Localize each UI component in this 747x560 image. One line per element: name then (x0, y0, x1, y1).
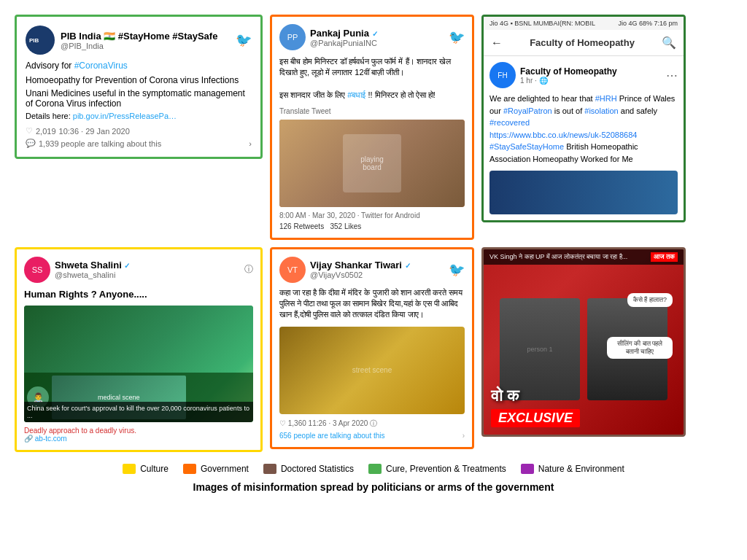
pib-link[interactable]: pib.gov.in/PressReleasePa… (73, 112, 177, 120)
info-icon: ⓘ (244, 263, 253, 276)
fb-post-text: We are delighted to hear that #HRH Princ… (489, 93, 678, 165)
pib-advisory: Advisory for #CoronaVirus (26, 61, 252, 71)
hashtag-royalpatron: #RoyalPatron (503, 106, 552, 115)
shweta-title: Human Rights ? Anyone..... (24, 289, 253, 300)
nature-color-swatch (521, 464, 534, 474)
deadly-text: Deadly approach to a deadly virus. (24, 427, 136, 435)
shweta-caption: China seek for court's approval to kill … (24, 402, 253, 422)
hashtag-hrh: #HRH (595, 94, 617, 103)
chevron-right-icon: › (249, 139, 252, 148)
shweta-source[interactable]: 🔗 ab-tc.com (24, 435, 253, 443)
pib-logo: PIB (26, 26, 55, 55)
network-info: Jio 4G ▪ BSNL MUMBAI(RN: MOBIL (489, 20, 595, 27)
pib-time: 10:36 · 29 Jan 2020 (59, 127, 130, 136)
speech-bubble2: सीलिंग की बात पहले बतानी चाहिए (607, 337, 673, 359)
pib-line1: Homoeopathy for Prevention of Corona vir… (26, 75, 252, 85)
speech-bubble1: कैसे हैं हालात? (627, 293, 673, 307)
shweta-verified: ✓ (124, 262, 130, 270)
shweta-name: Shweta Shalini ✓ (55, 260, 130, 271)
government-label: Government (201, 464, 249, 474)
vijay-header-left: VT Vijay Shankar Tiwari ✓ @VijayVs0502 (279, 257, 411, 283)
pankaj-name: Pankaj Punia ✓ (310, 28, 378, 39)
hashtag-recovered: #recovered (489, 118, 530, 127)
fb-header: FH Faculty of Homeopathy 1 hr · 🌐 ⋯ (489, 62, 678, 88)
shweta-deadly: Deadly approach to a deadly virus. (24, 427, 253, 435)
pankaj-account-info: Pankaj Punia ✓ @PankajPuniaINC (310, 28, 378, 47)
pankaj-hindi-text: इस बीच होम मिनिस्टर डॉ हर्षवर्धन फुल फॉर… (279, 56, 465, 101)
fb-avatar: FH (489, 62, 516, 88)
page-caption: Images of misinformation spread by polit… (15, 481, 732, 493)
vijay-time: 11:26 · 3 Apr 2020 (309, 419, 368, 427)
vijay-arrow-icon: › (462, 432, 465, 440)
vijay-likes-stat: ♡ 1,360 (279, 419, 306, 427)
svg-text:PIB: PIB (29, 37, 39, 44)
more-options-icon[interactable]: ⋯ (666, 69, 678, 82)
culture-color-swatch (123, 464, 136, 474)
vijay-talking: 656 people are talking about this (279, 432, 385, 440)
pankaj-handle: @PankajPuniaINC (310, 39, 378, 47)
doctored-color-swatch (263, 464, 276, 474)
pankaj-avatar: PP (279, 24, 306, 50)
vijay-stats: ♡ 1,360 11:26 · 3 Apr 2020 ⓘ (279, 419, 465, 429)
pib-handle: @PIB_India (61, 42, 217, 50)
vijay-handle: @VijayVs0502 (310, 271, 411, 279)
hashtag-staysafe: #StaySafeStayHome (489, 142, 564, 151)
battery-time: Jio 4G 68% 7:16 pm (618, 20, 678, 27)
vijay-header: VT Vijay Shankar Tiwari ✓ @VijayVs0502 🐦 (279, 257, 465, 283)
pib-talking: 1,939 people are talking about this (39, 139, 161, 148)
culture-label: Culture (140, 464, 169, 474)
shweta-handle: @shweta_shalini (55, 271, 130, 279)
legend-cure: Cure, Prevention & Treatments (368, 464, 506, 474)
pib-talking-row: 💬 1,939 people are talking about this › (26, 139, 252, 148)
cure-color-swatch (368, 464, 382, 474)
twitter-icon: 🐦 (236, 32, 252, 48)
fb-page-info: FH Faculty of Homeopathy 1 hr · 🌐 (489, 62, 617, 88)
cure-label: Cure, Prevention & Treatments (386, 464, 506, 474)
fb-content: FH Faculty of Homeopathy 1 hr · 🌐 ⋯ We a… (484, 56, 684, 220)
bbc-link[interactable]: https://www.bbc.co.uk/news/uk-52088684 (489, 131, 637, 139)
doctored-label: Doctored Statistics (281, 464, 354, 474)
vijay-image: street scene (279, 327, 465, 414)
homeopathy-card: Jio 4G ▪ BSNL MUMBAI(RN: MOBIL Jio 4G 68… (481, 15, 686, 222)
shweta-header-left: SS Shweta Shalini ✓ @shweta_shalini (24, 257, 130, 283)
shweta-image: 👨‍⚕️ medical scene China seek for court'… (24, 306, 253, 422)
pankaj-image: playingboard (279, 120, 465, 207)
pankaj-header-left: PP Pankaj Punia ✓ @PankajPuniaINC (279, 24, 378, 50)
vijay-name: Vijay Shankar Tiwari ✓ (310, 260, 411, 271)
news-headline-text: VK Singh ने कहा UP में आज लोकतंत्र बचाया… (489, 253, 627, 261)
back-arrow-icon[interactable]: ← (491, 36, 503, 50)
pib-details: Details here: pib.gov.in/PressReleasePa… (26, 112, 252, 120)
phone-status-bar: Jio 4G ▪ BSNL MUMBAI(RN: MOBIL Jio 4G 68… (484, 17, 684, 30)
legend-nature: Nature & Environment (521, 464, 624, 474)
aaj-tak-logo: आज तक (651, 252, 678, 262)
vijay-verified: ✓ (405, 262, 411, 270)
legend-doctored: Doctored Statistics (263, 464, 354, 474)
shweta-account-info: Shweta Shalini ✓ @shweta_shalini (55, 260, 130, 279)
fb-post-time: 1 hr · 🌐 (520, 77, 617, 85)
vijay-card: VT Vijay Shankar Tiwari ✓ @VijayVs0502 🐦… (270, 247, 474, 449)
pib-account-info: PIB India 🇮🇳 #StayHome #StaySafe @PIB_In… (61, 31, 217, 50)
hashtag-isolation: #isolation (584, 106, 618, 115)
search-icon[interactable]: 🔍 (662, 36, 676, 50)
pankaj-translate[interactable]: Translate Tweet (279, 107, 465, 115)
vijay-avatar: VT (279, 257, 306, 283)
heart-icon: ♡ (26, 126, 33, 136)
exclusive-image: VK Singh ने कहा UP में आज लोकतंत्र बचाया… (484, 249, 684, 435)
exclusive-card: VK Singh ने कहा UP में आज लोकतंत्र बचाया… (481, 247, 686, 437)
nature-label: Nature & Environment (538, 464, 624, 474)
voh-kya: वो क (491, 386, 519, 405)
exclusive-banner: EXCLUSIVE (491, 409, 580, 427)
vijay-twitter-icon: 🐦 (449, 262, 465, 278)
vijay-talking-row: 656 people are talking about this › (279, 432, 465, 440)
fb-page-name: Faculty of Homeopathy (520, 66, 617, 77)
pankaj-twitter-icon: 🐦 (449, 29, 465, 45)
fb-name-time: Faculty of Homeopathy 1 hr · 🌐 (520, 66, 617, 85)
pankaj-verified: ✓ (372, 30, 378, 38)
news-header-bar: VK Singh ने कहा UP में आज लोकतंत्र बचाया… (484, 249, 684, 265)
pankaj-card: PP Pankaj Punia ✓ @PankajPuniaINC 🐦 इस ब… (270, 15, 474, 240)
vijay-info-icon: ⓘ (370, 419, 377, 427)
legend: Culture Government Doctored Statistics C… (15, 464, 732, 474)
shweta-avatar: SS (24, 257, 50, 283)
pib-header: PIB PIB India 🇮🇳 #StayHome #StaySafe @PI… (26, 26, 252, 55)
pankaj-stats: 126 Retweets 352 Likes (279, 222, 465, 230)
